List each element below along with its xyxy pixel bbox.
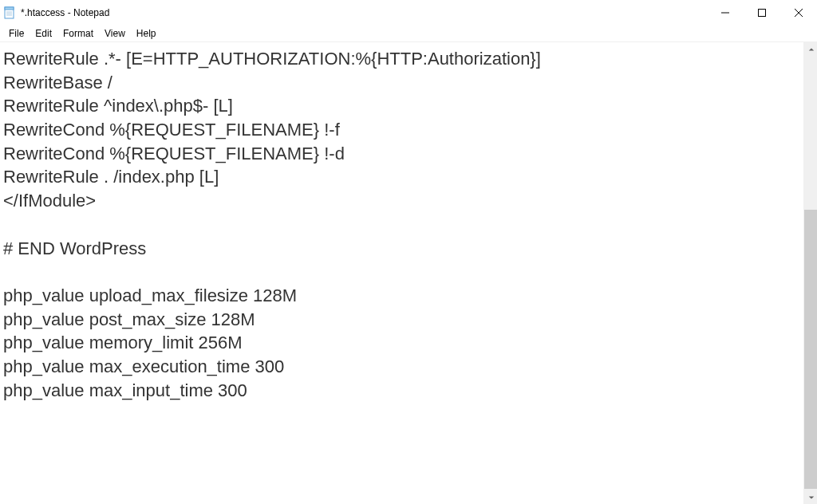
menu-file[interactable]: File (3, 26, 30, 41)
content-area: RewriteRule .*- [E=HTTP_AUTHORIZATION:%{… (0, 41, 817, 504)
menu-view[interactable]: View (99, 26, 131, 41)
svg-rect-6 (759, 10, 766, 17)
close-button[interactable] (780, 0, 817, 26)
scroll-down-arrow-icon[interactable] (804, 490, 817, 504)
window-controls (707, 0, 817, 26)
menubar: File Edit Format View Help (0, 26, 817, 41)
titlebar: *.htaccess - Notepad (0, 0, 817, 26)
maximize-button[interactable] (744, 0, 780, 26)
titlebar-left: *.htaccess - Notepad (0, 6, 109, 19)
scroll-thumb[interactable] (804, 210, 817, 489)
minimize-button[interactable] (707, 0, 744, 26)
menu-format[interactable]: Format (57, 26, 99, 41)
scroll-up-arrow-icon[interactable] (804, 42, 817, 56)
window-title: *.htaccess - Notepad (21, 7, 109, 18)
menu-edit[interactable]: Edit (30, 26, 57, 41)
menu-help[interactable]: Help (131, 26, 162, 41)
vertical-scrollbar[interactable] (803, 42, 817, 504)
notepad-icon (3, 6, 16, 19)
text-editor[interactable]: RewriteRule .*- [E=HTTP_AUTHORIZATION:%{… (0, 42, 803, 504)
svg-rect-1 (5, 7, 14, 10)
